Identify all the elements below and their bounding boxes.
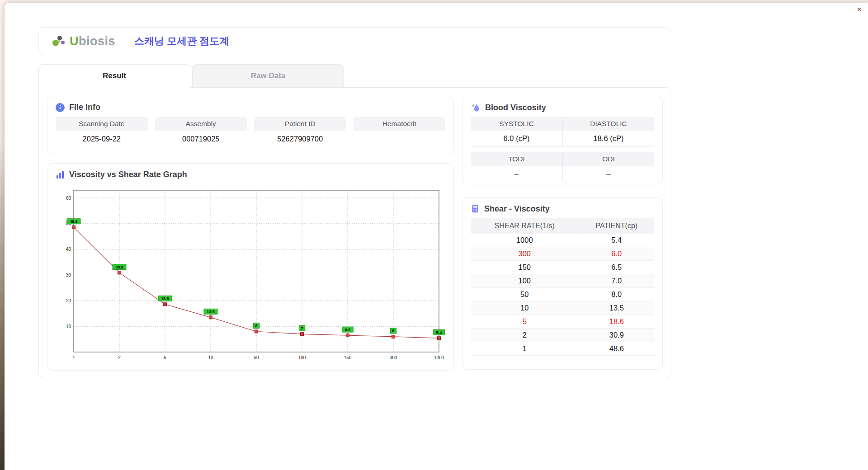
shear-viscosity-table: SHEAR RATE(1/s) PATIENT(cp) 1000 5.4 300… bbox=[471, 218, 654, 356]
file-info-field: Patient ID 52627909700 bbox=[254, 117, 346, 147]
patient-cell: 18.6 bbox=[579, 315, 654, 329]
bv-header-left: TODI bbox=[471, 152, 562, 166]
shear-rate-cell: 10 bbox=[471, 301, 579, 315]
bv-value-right: 18.6 (cP) bbox=[562, 131, 654, 147]
left-column: i File Info Scanning Date 2025-09-22 Ass… bbox=[47, 96, 454, 370]
table-row: 50 8.0 bbox=[471, 288, 654, 301]
svg-text:150: 150 bbox=[344, 355, 352, 360]
table-row: 5 18.6 bbox=[471, 315, 654, 329]
blood-viscosity-header: Blood Viscosity bbox=[471, 103, 654, 113]
file-info-field: Scanning Date 2025-09-22 bbox=[56, 117, 148, 147]
calculator-icon bbox=[471, 204, 480, 214]
svg-text:6.5: 6.5 bbox=[345, 328, 351, 332]
logo-text-u: U bbox=[70, 34, 79, 48]
shear-rate-cell: 300 bbox=[471, 247, 579, 261]
patient-column-header: PATIENT(cp) bbox=[579, 218, 654, 234]
tab-result[interactable]: Result bbox=[38, 64, 190, 88]
graph-title: Viscosity vs Shear Rate Graph bbox=[69, 170, 187, 179]
bv-header-left: SYSTOLIC bbox=[471, 117, 562, 131]
shear-rate-cell: 100 bbox=[471, 274, 579, 288]
graph-panel: Viscosity vs Shear Rate Graph 1020304050… bbox=[47, 163, 454, 371]
shear-rate-cell: 1000 bbox=[471, 234, 579, 247]
svg-text:13.5: 13.5 bbox=[207, 310, 215, 314]
file-info-header: i File Info bbox=[56, 103, 445, 112]
bv-value-right: – bbox=[562, 166, 654, 182]
desktop-background: × Ubiosis 스캐닝 모세관 점도계 Result Raw Data bbox=[0, 0, 868, 470]
file-info-field: Hematocrit bbox=[354, 117, 446, 147]
svg-text:48.6: 48.6 bbox=[70, 219, 78, 224]
svg-text:10: 10 bbox=[66, 324, 71, 329]
shear-rate-cell: 50 bbox=[471, 288, 579, 301]
svg-text:40: 40 bbox=[66, 247, 71, 252]
svg-text:2: 2 bbox=[118, 355, 121, 360]
main-panel: i File Info Scanning Date 2025-09-22 Ass… bbox=[38, 87, 671, 378]
bv-value-left: – bbox=[471, 166, 562, 182]
app-shell: Ubiosis 스캐닝 모세관 점도계 Result Raw Data i Fi… bbox=[38, 27, 671, 378]
logo-leaf-icon bbox=[52, 34, 66, 48]
close-button[interactable]: × bbox=[855, 4, 863, 15]
viscosity-chart: 1020304050601251050100150300100048.630.9… bbox=[56, 184, 446, 364]
blood-viscosity-panel: Blood Viscosity SYSTOLIC DIASTOLIC 6.0 (… bbox=[462, 96, 663, 184]
table-row: 1 48.6 bbox=[471, 342, 654, 356]
patient-cell: 48.6 bbox=[579, 342, 654, 356]
shear-rate-column-header: SHEAR RATE(1/s) bbox=[471, 218, 579, 234]
svg-text:7: 7 bbox=[301, 326, 303, 331]
table-header-row: SHEAR RATE(1/s) PATIENT(cp) bbox=[471, 218, 654, 234]
field-label: Hematocrit bbox=[354, 117, 446, 131]
field-value: 52627909700 bbox=[254, 131, 346, 147]
shear-viscosity-panel: Shear - Viscosity SHEAR RATE(1/s) PATIEN… bbox=[462, 197, 663, 370]
field-value bbox=[354, 131, 446, 147]
blood-viscosity-group: SYSTOLIC DIASTOLIC 6.0 (cP) 18.6 (cP) bbox=[471, 117, 654, 147]
patient-cell: 5.4 bbox=[579, 234, 654, 247]
file-info-field: Assembly 000719025 bbox=[155, 117, 247, 147]
bv-header-right: ODI bbox=[562, 152, 654, 166]
app-header: Ubiosis 스캐닝 모세관 점도계 bbox=[38, 27, 671, 55]
table-row: 2 30.9 bbox=[471, 329, 654, 342]
table-row: 150 6.5 bbox=[471, 261, 654, 274]
svg-text:1000: 1000 bbox=[434, 355, 444, 360]
bv-value-left: 6.0 (cP) bbox=[471, 131, 562, 147]
patient-cell: 6.5 bbox=[579, 261, 654, 274]
right-column: Blood Viscosity SYSTOLIC DIASTOLIC 6.0 (… bbox=[462, 96, 663, 370]
svg-text:8: 8 bbox=[255, 324, 257, 328]
svg-text:20: 20 bbox=[66, 298, 71, 303]
svg-text:18.6: 18.6 bbox=[161, 296, 169, 301]
ubiosis-logo: Ubiosis bbox=[52, 34, 115, 48]
blood-viscosity-title: Blood Viscosity bbox=[485, 103, 546, 113]
tab-raw-data[interactable]: Raw Data bbox=[192, 64, 344, 88]
tab-label: Result bbox=[103, 71, 126, 80]
svg-text:1: 1 bbox=[72, 355, 75, 360]
svg-text:5.4: 5.4 bbox=[436, 330, 442, 335]
shear-rate-cell: 150 bbox=[471, 261, 579, 274]
shear-viscosity-header: Shear - Viscosity bbox=[471, 204, 654, 214]
svg-text:5: 5 bbox=[164, 355, 166, 360]
shear-rate-cell: 5 bbox=[471, 315, 579, 329]
file-info-panel: i File Info Scanning Date 2025-09-22 Ass… bbox=[47, 96, 454, 154]
table-row: 10 13.5 bbox=[471, 301, 654, 315]
table-row: 1000 5.4 bbox=[471, 234, 654, 247]
table-row: 100 7.0 bbox=[471, 274, 654, 288]
file-info-fields: Scanning Date 2025-09-22 Assembly 000719… bbox=[56, 117, 445, 147]
patient-cell: 13.5 bbox=[579, 301, 654, 315]
droplet-icon bbox=[471, 103, 481, 113]
graph-header: Viscosity vs Shear Rate Graph bbox=[56, 170, 445, 179]
blood-viscosity-group: TODI ODI – – bbox=[471, 152, 654, 182]
svg-text:6: 6 bbox=[392, 329, 394, 333]
shear-rate-cell: 1 bbox=[471, 342, 579, 356]
patient-cell: 30.9 bbox=[579, 329, 654, 342]
bar-chart-icon bbox=[56, 170, 65, 179]
logo-text-rest: biosis bbox=[79, 34, 115, 48]
svg-text:30: 30 bbox=[66, 273, 71, 277]
svg-text:60: 60 bbox=[66, 196, 71, 201]
svg-text:10: 10 bbox=[208, 355, 213, 360]
file-info-title: File Info bbox=[69, 103, 100, 112]
svg-text:100: 100 bbox=[298, 355, 306, 360]
app-window: × Ubiosis 스캐닝 모세관 점도계 Result Raw Data bbox=[5, 3, 868, 470]
bv-header-right: DIASTOLIC bbox=[562, 117, 654, 131]
field-label: Scanning Date bbox=[56, 117, 148, 131]
shear-viscosity-title: Shear - Viscosity bbox=[484, 204, 550, 214]
svg-text:30.9: 30.9 bbox=[115, 265, 123, 269]
blood-viscosity-grid: SYSTOLIC DIASTOLIC 6.0 (cP) 18.6 (cP) TO… bbox=[471, 117, 654, 182]
field-value: 000719025 bbox=[155, 131, 247, 147]
field-label: Patient ID bbox=[254, 117, 346, 131]
